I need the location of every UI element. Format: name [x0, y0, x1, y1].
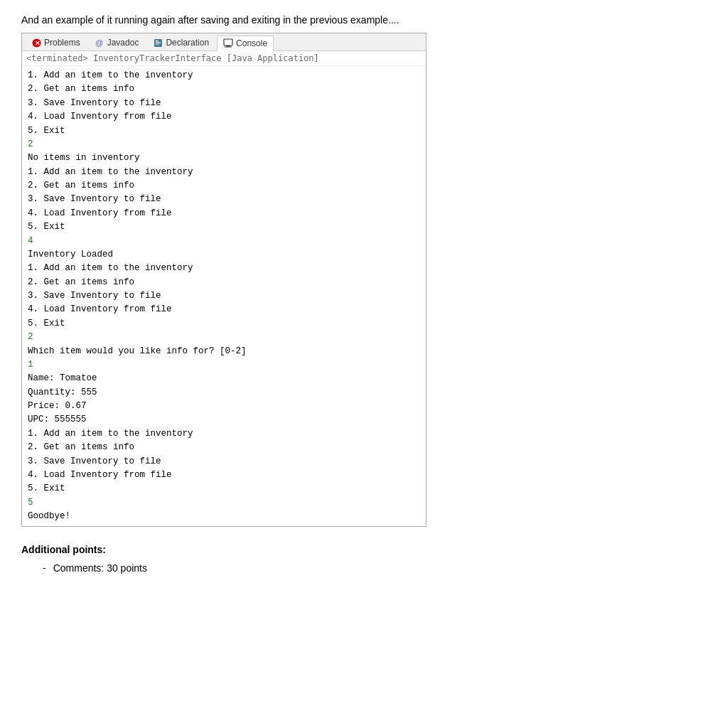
additional-title: Additional points: — [21, 544, 699, 555]
problems-icon: ✕ — [31, 38, 41, 48]
console-line: 1. Add an item to the inventory — [28, 69, 420, 82]
console-line: Inventory Loaded — [28, 248, 420, 262]
console-line: 3. Save Inventory to file — [28, 289, 420, 303]
console-line: 1. Add an item to the inventory — [28, 166, 420, 179]
tab-javadoc-label: Javadoc — [107, 38, 139, 48]
console-output: 1. Add an item to the inventory2. Get an… — [22, 66, 426, 526]
console-line: 5. Exit — [28, 220, 420, 234]
svg-rect-6 — [224, 39, 232, 46]
tab-problems[interactable]: ✕ Problems — [25, 35, 87, 50]
console-line: UPC: 555555 — [28, 413, 420, 427]
console-line: 3. Save Inventory to file — [28, 455, 420, 469]
bullet-dash: - — [43, 562, 46, 574]
bullet-item-comments: - Comments: 30 points — [43, 562, 699, 574]
tab-bar: ✕ Problems @ Javadoc Declaration — [22, 33, 426, 51]
console-line: 5. Exit — [28, 482, 420, 496]
eclipse-panel: ✕ Problems @ Javadoc Declaration — [21, 33, 426, 527]
terminated-bar: <terminated> InventoryTrackerInterface [… — [22, 51, 426, 66]
tab-problems-label: Problems — [44, 38, 80, 48]
javadoc-icon: @ — [95, 38, 104, 48]
svg-text:✕: ✕ — [35, 40, 41, 47]
console-line: 2. Get an items info — [28, 179, 420, 193]
console-line: 1 — [28, 358, 420, 372]
declaration-icon — [153, 38, 163, 48]
console-line: 5. Exit — [28, 317, 420, 331]
console-line: 2. Get an items info — [28, 276, 420, 289]
console-line: Price: 0.67 — [28, 400, 420, 413]
svg-rect-4 — [156, 42, 161, 43]
console-line: 5 — [28, 496, 420, 510]
console-line: 4. Load Inventory from file — [28, 110, 420, 124]
console-line: 5. Exit — [28, 124, 420, 138]
tab-declaration[interactable]: Declaration — [146, 35, 215, 50]
console-line: 4 — [28, 235, 420, 248]
console-line: 4. Load Inventory from file — [28, 303, 420, 316]
console-line: 4. Load Inventory from file — [28, 207, 420, 220]
console-line: Quantity: 555 — [28, 386, 420, 400]
tab-console-label: Console — [236, 38, 267, 48]
tab-javadoc[interactable]: @ Javadoc — [88, 35, 146, 50]
console-line: 4. Load Inventory from file — [28, 469, 420, 482]
console-line: 1. Add an item to the inventory — [28, 262, 420, 275]
intro-text: And an example of it running again after… — [21, 14, 699, 26]
console-line: Goodbye! — [28, 510, 420, 523]
console-line: 2 — [28, 331, 420, 344]
console-line: No items in inventory — [28, 151, 420, 165]
tab-declaration-label: Declaration — [166, 38, 209, 48]
console-line: 2. Get an items info — [28, 82, 420, 96]
console-line: 3. Save Inventory to file — [28, 97, 420, 110]
console-line: Name: Tomatoe — [28, 372, 420, 385]
svg-rect-5 — [156, 43, 159, 44]
console-line: Which item would you like info for? [0-2… — [28, 345, 420, 358]
tab-console[interactable]: Console — [217, 36, 274, 51]
console-icon — [223, 38, 233, 48]
svg-rect-8 — [225, 47, 232, 48]
console-line: 2. Get an items info — [28, 441, 420, 454]
console-line: 1. Add an item to the inventory — [28, 427, 420, 441]
console-line: 2 — [28, 138, 420, 151]
additional-section: Additional points: - Comments: 30 points — [21, 544, 699, 574]
bullet-label-comments: Comments: 30 points — [53, 562, 147, 574]
svg-rect-3 — [156, 41, 158, 42]
console-line: 3. Save Inventory to file — [28, 193, 420, 206]
svg-rect-7 — [226, 46, 230, 47]
